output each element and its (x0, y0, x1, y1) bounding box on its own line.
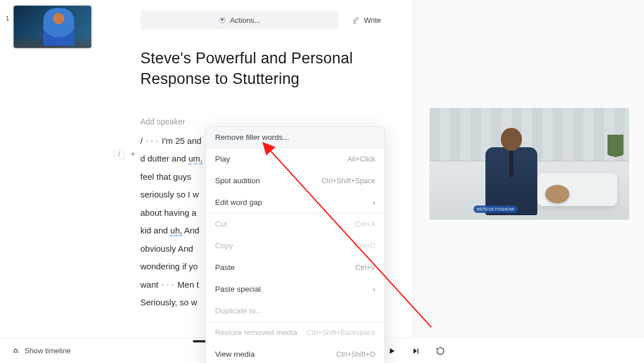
menu-spot-audition[interactable]: Spot audition Ctrl+Shift+Space (206, 170, 384, 192)
word[interactable]: kid and (140, 225, 171, 235)
menu-cut: Cut Ctrl+X (206, 213, 384, 235)
play-button[interactable] (388, 347, 396, 357)
menu-label: Remove filler words... (215, 133, 289, 142)
slash-split-button[interactable]: / (114, 149, 124, 159)
word[interactable]: feel that guys (140, 172, 191, 182)
video-preview[interactable]: #STEVETVSHOW (430, 108, 629, 220)
menu-shortcut: Alt+Click (347, 155, 375, 163)
svg-rect-1 (418, 348, 418, 353)
word[interactable]: / (140, 136, 145, 146)
context-menu: Remove filler words... Play Alt+Click Sp… (205, 126, 385, 363)
skip-forward-button[interactable] (412, 347, 420, 357)
word[interactable]: And (182, 225, 199, 235)
clip-index: 1 (6, 15, 9, 22)
write-label: Write (364, 16, 381, 25)
preview-badge: #STEVETVSHOW (473, 205, 518, 213)
actions-button[interactable]: Actions... (140, 10, 338, 30)
menu-label: Play (215, 155, 230, 163)
menu-shortcut: Ctrl+V (355, 264, 375, 272)
write-button[interactable]: Write (352, 16, 381, 25)
menu-label: Edit word gap (215, 198, 262, 207)
menu-play[interactable]: Play Alt+Click (206, 148, 384, 170)
sparkle-dashed-icon (218, 16, 226, 25)
word[interactable]: Men t (175, 280, 199, 289)
chevron-right-icon: › (373, 198, 376, 207)
preview-subject (485, 128, 537, 215)
menu-label: Cut (215, 220, 227, 228)
menu-label: Paste (215, 263, 235, 272)
menu-shortcut: Ctrl+Shift+Backspace (307, 329, 375, 337)
menu-shortcut: Ctrl+Shift+Space (322, 177, 376, 185)
menu-restore-removed-media: Restore removed media Ctrl+Shift+Backspa… (206, 322, 384, 344)
line-controls: / + (114, 149, 138, 159)
gap-marker[interactable]: • • • (146, 135, 158, 147)
actions-label: Actions... (230, 16, 260, 25)
playback-controls (388, 346, 445, 357)
menu-paste-special[interactable]: Paste special › (206, 279, 384, 300)
menu-remove-filler-words[interactable]: Remove filler words... (206, 127, 384, 148)
menu-view-media[interactable]: View media Ctrl+Shift+O (206, 344, 384, 363)
loop-button[interactable] (436, 346, 445, 357)
filler-word[interactable]: uh, (171, 225, 183, 235)
preview-column: #STEVETVSHOW (414, 0, 644, 363)
menu-label: Paste special (215, 285, 261, 293)
editor-topbar: Actions... Write (108, 0, 413, 30)
word[interactable]: obviously And (140, 244, 193, 253)
pen-underline-icon (352, 16, 361, 25)
menu-shortcut: Ctrl+C (355, 242, 375, 250)
word[interactable]: seriously so I w (140, 189, 199, 199)
clip-thumbnail-list: 1 (6, 5, 92, 49)
clip-thumbnail[interactable] (13, 5, 92, 49)
word[interactable]: wondering if yo (140, 261, 198, 271)
menu-label: Spot audition (215, 176, 260, 185)
word[interactable]: want (140, 280, 161, 289)
chevron-right-icon: › (373, 285, 376, 293)
menu-label: Restore removed media (215, 328, 297, 337)
filler-word[interactable]: um, (188, 154, 202, 163)
word[interactable]: Seriously, so w (140, 297, 197, 307)
word[interactable]: d dutter and (140, 154, 188, 163)
menu-label: Copy (215, 241, 233, 250)
add-line-button[interactable]: + (128, 149, 138, 159)
document-title[interactable]: Steve's Powerful and Personal Response t… (108, 30, 413, 90)
menu-label: View media (215, 350, 255, 358)
menu-shortcut: Ctrl+Shift+O (336, 350, 375, 358)
menu-copy: Copy Ctrl+C (206, 235, 384, 257)
menu-shortcut: Ctrl+X (355, 220, 375, 228)
timeline-toggle-icon (11, 346, 20, 355)
menu-duplicate-to: Duplicate to... (206, 300, 384, 322)
menu-paste[interactable]: Paste Ctrl+V (206, 257, 384, 279)
show-timeline-label: Show timeline (25, 346, 71, 355)
clip-thumbnail-row[interactable]: 1 (6, 5, 92, 49)
menu-edit-word-gap[interactable]: Edit word gap › (206, 192, 384, 213)
add-speaker-button[interactable]: Add speaker (108, 90, 413, 126)
word[interactable]: I'm 25 and (159, 136, 201, 146)
menu-label: Duplicate to... (215, 306, 262, 315)
word[interactable]: about having a (140, 208, 196, 217)
gap-marker[interactable]: • • • (162, 279, 174, 291)
show-timeline-button[interactable]: Show timeline (11, 346, 71, 355)
